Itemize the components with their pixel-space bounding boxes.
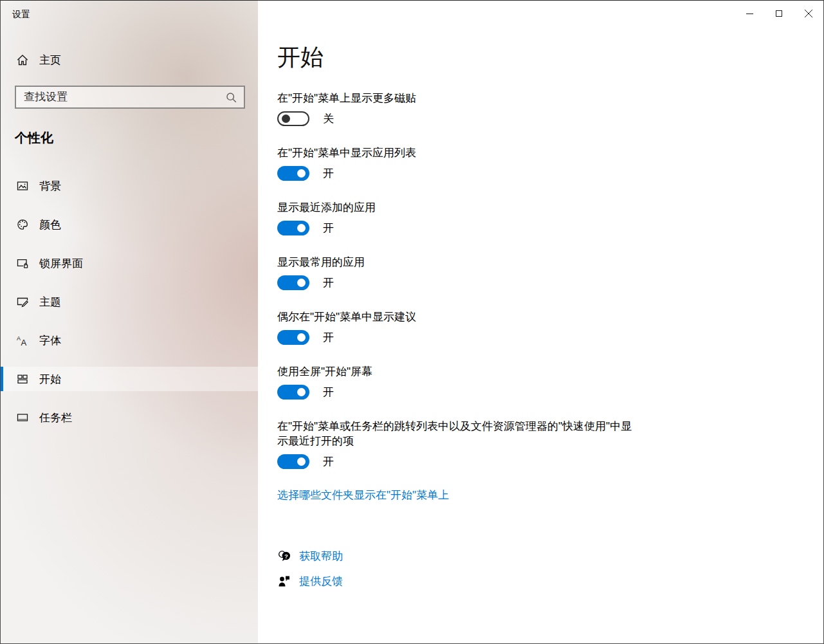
- taskbar-icon: [16, 411, 29, 424]
- toggle-state-label: 开: [323, 330, 334, 345]
- sidebar-item-themes[interactable]: 主题: [1, 290, 258, 314]
- themes-icon: [16, 295, 29, 308]
- lock-screen-icon: [16, 257, 29, 270]
- start-tiles-icon: [16, 373, 29, 385]
- setting-most-used: 显示最常用的应用 开: [277, 255, 823, 290]
- toggle-state-label: 开: [323, 385, 334, 400]
- feedback-icon: [277, 574, 291, 588]
- maximize-button[interactable]: [764, 1, 794, 26]
- setting-label: 显示最近添加的应用: [277, 200, 637, 215]
- svg-text:?: ?: [284, 553, 288, 560]
- background-image-icon: [16, 179, 29, 192]
- setting-suggestions: 偶尔在"开始"菜单中显示建议 开: [277, 309, 823, 345]
- setting-label: 使用全屏"开始"屏幕: [277, 364, 637, 379]
- feedback-row[interactable]: 提供反馈: [277, 573, 823, 589]
- page-title: 开始: [277, 43, 823, 71]
- window-controls: [735, 1, 823, 26]
- toggle-state-label: 关: [323, 111, 334, 126]
- search-icon: [225, 91, 238, 104]
- sidebar-item-label: 主页: [39, 53, 61, 68]
- setting-label: 在"开始"菜单上显示更多磁贴: [277, 91, 637, 106]
- sidebar-item-label: 字体: [39, 333, 61, 348]
- sidebar-item-colors[interactable]: 颜色: [1, 212, 258, 237]
- sidebar-item-label: 开始: [39, 372, 61, 387]
- colors-palette-icon: [16, 218, 29, 231]
- app-title: 设置: [12, 9, 30, 21]
- search-input[interactable]: [16, 87, 244, 107]
- sidebar-item-label: 任务栏: [39, 410, 72, 425]
- setting-fullscreen-start: 使用全屏"开始"屏幕 开: [277, 364, 823, 400]
- help-area: ? 获取帮助 提供反馈: [277, 547, 823, 589]
- setting-recent-items-jumplists: 在"开始"菜单或任务栏的跳转列表中以及文件资源管理器的"快速使用"中显示最近打开…: [277, 419, 823, 469]
- sidebar-item-start[interactable]: 开始: [1, 367, 258, 391]
- sidebar-item-home[interactable]: 主页: [1, 47, 258, 73]
- toggle-fullscreen-start[interactable]: [277, 385, 309, 400]
- sidebar-nav: 背景 颜色: [1, 174, 258, 430]
- toggle-state-label: 开: [323, 275, 334, 290]
- svg-text:A: A: [21, 338, 27, 347]
- toggle-recent-items-jumplists[interactable]: [277, 454, 309, 469]
- sidebar-item-taskbar[interactable]: 任务栏: [1, 405, 258, 430]
- toggle-show-app-list[interactable]: [277, 166, 309, 181]
- toggle-recently-added[interactable]: [277, 221, 309, 235]
- settings-window: 设置 主页 个性化: [0, 0, 824, 644]
- choose-folders-link[interactable]: 选择哪些文件夹显示在"开始"菜单上: [277, 488, 449, 502]
- close-icon: [805, 10, 812, 17]
- svg-text:A: A: [17, 335, 21, 342]
- sidebar-item-label: 主题: [39, 295, 61, 309]
- section-title: 个性化: [15, 129, 258, 147]
- search-box: [15, 86, 245, 109]
- close-button[interactable]: [794, 1, 823, 26]
- toggle-suggestions[interactable]: [277, 330, 309, 345]
- sidebar: 设置 主页 个性化: [1, 1, 258, 643]
- get-help-link[interactable]: 获取帮助: [299, 549, 343, 564]
- setting-label: 显示最常用的应用: [277, 255, 637, 270]
- minimize-icon: [746, 14, 753, 14]
- setting-show-app-list: 在"开始"菜单中显示应用列表 开: [277, 145, 823, 181]
- maximize-icon: [776, 10, 782, 17]
- toggle-show-more-tiles[interactable]: [277, 111, 309, 126]
- setting-label: 在"开始"菜单或任务栏的跳转列表中以及文件资源管理器的"快速使用"中显示最近打开…: [277, 419, 637, 448]
- toggle-state-label: 开: [323, 454, 334, 469]
- main-content: 开始 在"开始"菜单上显示更多磁贴 关 在"开始"菜单中显示应用列表 开 显示最…: [258, 1, 823, 643]
- minimize-button[interactable]: [735, 1, 764, 26]
- toggle-state-label: 开: [323, 221, 334, 235]
- toggle-state-label: 开: [323, 166, 334, 181]
- home-icon: [16, 53, 29, 66]
- sidebar-item-label: 锁屏界面: [39, 256, 83, 271]
- feedback-link[interactable]: 提供反馈: [299, 574, 343, 589]
- sidebar-item-label: 颜色: [39, 217, 61, 232]
- fonts-icon: A A: [16, 334, 29, 347]
- sidebar-item-background[interactable]: 背景: [1, 174, 258, 198]
- setting-label: 在"开始"菜单中显示应用列表: [277, 145, 637, 160]
- setting-show-more-tiles: 在"开始"菜单上显示更多磁贴 关: [277, 91, 823, 126]
- sidebar-item-fonts[interactable]: A A 字体: [1, 328, 258, 353]
- get-help-row[interactable]: ? 获取帮助: [277, 547, 823, 564]
- setting-recently-added: 显示最近添加的应用 开: [277, 200, 823, 235]
- sidebar-item-label: 背景: [39, 179, 61, 194]
- sidebar-item-lock-screen[interactable]: 锁屏界面: [1, 251, 258, 275]
- toggle-most-used[interactable]: [277, 275, 309, 290]
- setting-label: 偶尔在"开始"菜单中显示建议: [277, 309, 637, 324]
- get-help-icon: ?: [277, 549, 291, 563]
